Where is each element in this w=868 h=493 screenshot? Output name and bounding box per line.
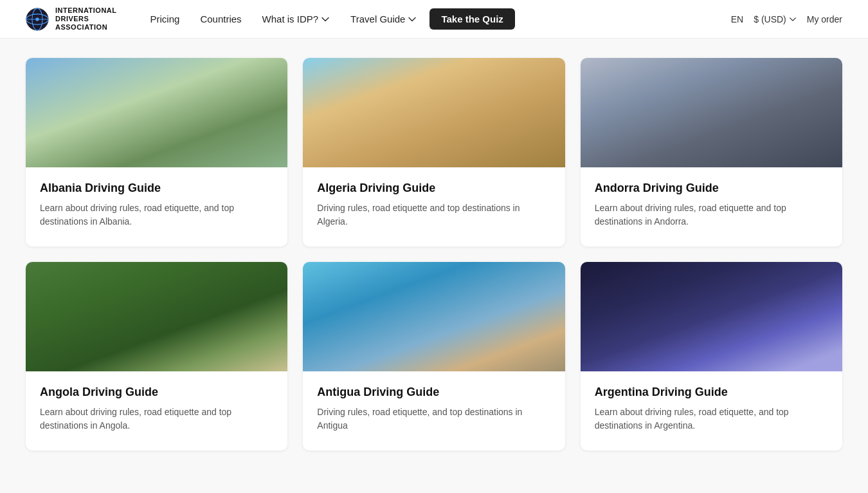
nav-take-quiz[interactable]: Take the Quiz [429, 8, 514, 30]
card-image-argentina [581, 262, 842, 371]
currency-selector[interactable]: $ (USD) [754, 14, 797, 24]
card-desc-argentina: Learn about driving rules, road etiquett… [595, 405, 828, 433]
card-image-angola [26, 262, 287, 371]
logo-text: INTERNATIONAL DRIVERS ASSOCIATION [55, 6, 117, 32]
card-albania[interactable]: Albania Driving Guide Learn about drivin… [26, 58, 287, 247]
logo-link[interactable]: INTERNATIONAL DRIVERS ASSOCIATION [26, 6, 117, 32]
card-image-antigua [303, 262, 565, 371]
card-desc-algeria: Driving rules, road etiquette and top de… [317, 201, 550, 228]
card-desc-albania: Learn about driving rules, road etiquett… [40, 201, 273, 228]
card-title-algeria: Algeria Driving Guide [317, 181, 550, 195]
language-selector[interactable]: EN [731, 14, 743, 24]
card-desc-antigua: Driving rules, road etiquette, and top d… [317, 405, 550, 433]
card-antigua[interactable]: Antigua Driving Guide Driving rules, roa… [303, 262, 565, 451]
card-image-andorra [581, 58, 842, 167]
nav-travel-guide[interactable]: Travel Guide [343, 10, 424, 28]
card-title-andorra: Andorra Driving Guide [595, 181, 828, 195]
chevron-down-icon [321, 15, 330, 24]
cards-grid: Albania Driving Guide Learn about drivin… [26, 58, 842, 451]
site-header: INTERNATIONAL DRIVERS ASSOCIATION Pricin… [0, 0, 868, 39]
card-body-angola: Angola Driving Guide Learn about driving… [26, 371, 287, 451]
card-desc-angola: Learn about driving rules, road etiquett… [40, 405, 273, 433]
my-order-link[interactable]: My order [807, 14, 842, 24]
card-body-andorra: Andorra Driving Guide Learn about drivin… [581, 167, 842, 247]
card-title-argentina: Argentina Driving Guide [595, 386, 828, 399]
card-angola[interactable]: Angola Driving Guide Learn about driving… [26, 262, 287, 451]
chevron-down-icon-2 [408, 15, 417, 24]
card-title-angola: Angola Driving Guide [40, 386, 273, 399]
card-algeria[interactable]: Algeria Driving Guide Driving rules, roa… [303, 58, 565, 247]
card-body-argentina: Argentina Driving Guide Learn about driv… [581, 371, 842, 451]
header-right: EN $ (USD) My order [731, 14, 842, 24]
card-title-albania: Albania Driving Guide [40, 181, 273, 195]
card-image-albania [26, 58, 287, 167]
main-nav: Pricing Countries What is IDP? Travel Gu… [143, 8, 731, 30]
card-argentina[interactable]: Argentina Driving Guide Learn about driv… [581, 262, 842, 451]
card-desc-andorra: Learn about driving rules, road etiquett… [595, 201, 828, 228]
logo-icon [26, 8, 49, 31]
nav-what-is-idp[interactable]: What is IDP? [255, 10, 338, 28]
card-andorra[interactable]: Andorra Driving Guide Learn about drivin… [581, 58, 842, 247]
card-body-algeria: Algeria Driving Guide Driving rules, roa… [303, 167, 565, 247]
main-content: Albania Driving Guide Learn about drivin… [0, 39, 868, 493]
card-body-albania: Albania Driving Guide Learn about drivin… [26, 167, 287, 247]
nav-pricing[interactable]: Pricing [143, 10, 188, 28]
card-image-algeria [303, 58, 565, 167]
card-body-antigua: Antigua Driving Guide Driving rules, roa… [303, 371, 565, 451]
chevron-down-icon-3 [789, 15, 797, 23]
nav-countries[interactable]: Countries [192, 10, 249, 28]
card-title-antigua: Antigua Driving Guide [317, 386, 550, 399]
